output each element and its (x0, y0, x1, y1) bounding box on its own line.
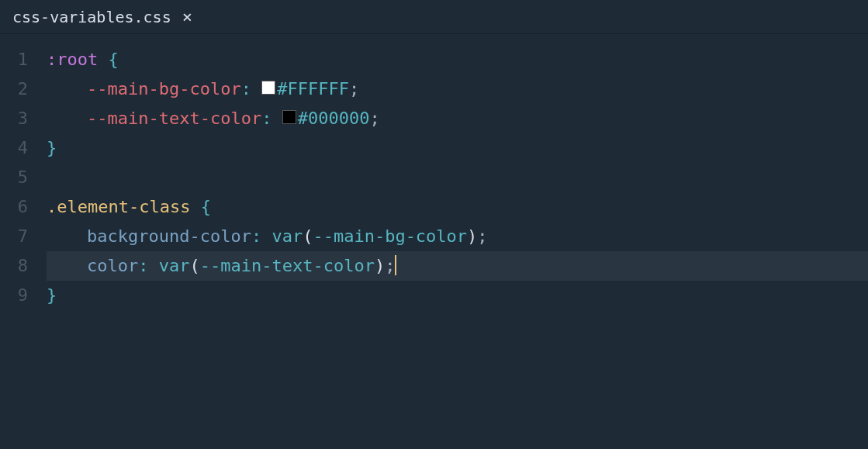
editor: 1 2 3 4 5 6 7 8 9 :root { --main-bg-colo… (0, 34, 868, 310)
line-number: 9 (0, 281, 28, 310)
line-number: 6 (0, 192, 28, 222)
colon: : (138, 251, 148, 281)
selector: .element-class (47, 192, 190, 222)
value: #FFFFFF (277, 74, 349, 104)
property: --main-text-color (87, 104, 261, 133)
code-line: :root { (47, 45, 868, 74)
line-number: 1 (0, 45, 28, 74)
function: var (271, 222, 303, 251)
code-line: } (47, 133, 868, 163)
code-line (47, 163, 868, 192)
cursor-icon (395, 255, 396, 275)
paren: ( (189, 251, 199, 281)
property: color (87, 251, 138, 281)
tab-filename: css-variables.css (12, 8, 171, 26)
brace: } (47, 133, 57, 163)
colon: : (251, 222, 261, 251)
line-number: 3 (0, 104, 28, 133)
line-number: 2 (0, 74, 28, 104)
value: #000000 (298, 104, 370, 133)
colon: : (241, 74, 251, 104)
property: background-color (87, 222, 251, 251)
property: --main-bg-color (87, 74, 241, 104)
code-line: --main-text-color: #000000; (47, 104, 868, 133)
code-line: } (47, 281, 868, 310)
semicolon: ; (349, 74, 359, 104)
brace: } (47, 281, 57, 310)
tab-bar: css-variables.css × (0, 0, 868, 34)
semicolon: ; (477, 222, 487, 251)
paren: ) (467, 222, 477, 251)
var-name: --main-bg-color (313, 222, 467, 251)
code-line: background-color: var(--main-bg-color); (47, 222, 868, 251)
line-number: 5 (0, 163, 28, 192)
paren: ) (375, 251, 385, 281)
semicolon: ; (385, 251, 395, 281)
line-number: 8 (0, 251, 28, 281)
colon: : (261, 104, 271, 133)
semicolon: ; (369, 104, 379, 133)
selector: :root (47, 45, 98, 74)
paren: ( (303, 222, 313, 251)
color-swatch-icon (261, 81, 275, 95)
code-line: --main-bg-color: #FFFFFF; (47, 74, 868, 104)
line-number: 7 (0, 222, 28, 251)
code-line: color: var(--main-text-color); (47, 251, 868, 281)
code-line: .element-class { (47, 192, 868, 222)
var-name: --main-text-color (200, 251, 375, 281)
brace: { (201, 192, 211, 222)
line-number: 4 (0, 133, 28, 163)
function: var (159, 251, 190, 281)
color-swatch-icon (282, 110, 296, 124)
file-tab[interactable]: css-variables.css × (0, 0, 205, 33)
code-area[interactable]: :root { --main-bg-color: #FFFFFF; --main… (47, 34, 868, 310)
gutter: 1 2 3 4 5 6 7 8 9 (0, 34, 47, 310)
brace: { (108, 45, 118, 74)
close-icon[interactable]: × (182, 9, 192, 26)
